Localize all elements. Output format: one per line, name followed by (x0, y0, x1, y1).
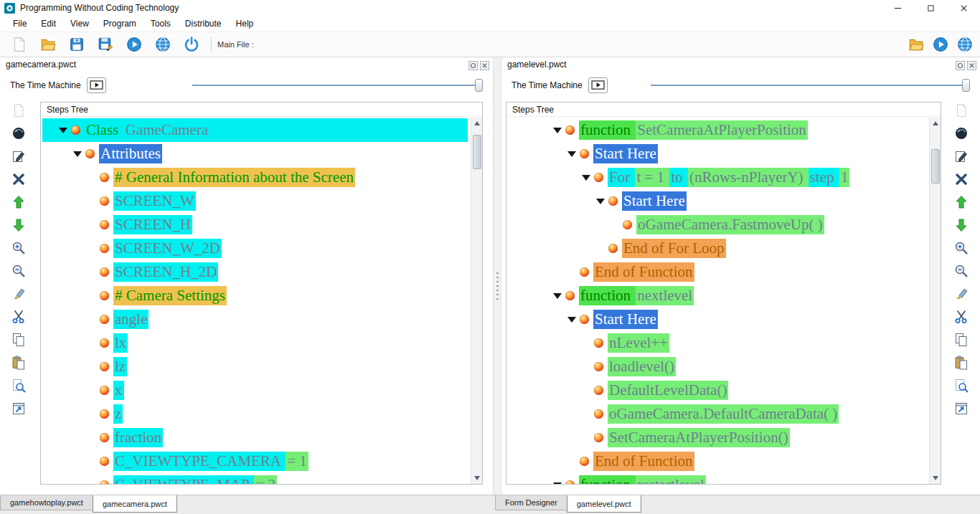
delete-step-button[interactable] (9, 171, 28, 188)
tree-row[interactable]: x (42, 379, 468, 402)
slider-thumb[interactable] (475, 79, 483, 92)
interactions-button[interactable] (952, 125, 971, 142)
move-down-button[interactable] (952, 216, 971, 234)
move-up-button[interactable] (952, 194, 971, 211)
tree-row[interactable]: nLevel++ (508, 331, 926, 355)
expander-icon[interactable] (551, 482, 564, 485)
tree-row[interactable]: fraction (42, 426, 468, 449)
scroll-up-button[interactable] (930, 118, 941, 129)
expander-icon[interactable] (551, 293, 564, 299)
tree-row[interactable]: End of Function (508, 260, 926, 284)
save-as-button[interactable] (95, 34, 116, 54)
tree-row[interactable]: C_VIEWTYPE_MAP = 2 (42, 473, 468, 484)
tree-row[interactable]: lz (42, 355, 468, 379)
tree-row[interactable]: loadlevel() (508, 355, 926, 379)
tab-gamelevel-pwct[interactable]: gamelevel.pwct (567, 495, 641, 513)
tree-row[interactable]: function nextlevel (508, 284, 926, 308)
tree-row[interactable]: lx (42, 331, 468, 355)
expander-icon[interactable] (580, 175, 593, 181)
tree-row[interactable]: DefaultLevelData() (508, 379, 926, 402)
close-button[interactable] (947, 0, 980, 16)
tree-row[interactable]: SCREEN_H (42, 213, 468, 237)
open-folder-button[interactable] (905, 34, 927, 54)
new-file-button[interactable] (9, 34, 30, 54)
tree-row[interactable]: function restartlevel (508, 473, 926, 484)
copy-button[interactable] (952, 331, 971, 348)
tree-row[interactable]: z (42, 402, 468, 426)
web-button[interactable] (152, 34, 174, 54)
expander-icon[interactable] (594, 199, 607, 204)
tree-row[interactable]: For t = 1 to (nRows-nPlayerY) step 1 (508, 166, 926, 189)
edit-step-button[interactable] (9, 148, 28, 165)
power-button[interactable] (181, 34, 202, 54)
zoom-in-button[interactable] (952, 239, 971, 257)
scroll-up-button[interactable] (471, 118, 483, 129)
new-page-button[interactable] (952, 102, 971, 119)
move-down-button[interactable] (9, 216, 28, 234)
tree-row[interactable]: SCREEN_W (42, 189, 468, 213)
tab-gamehowtoplay-pwct[interactable]: gamehowtoplay.pwct (0, 495, 93, 510)
copy-button[interactable] (9, 331, 28, 348)
tree-row[interactable]: Class GameCamera (42, 118, 468, 142)
tab-form-designer[interactable]: Form Designer (495, 495, 567, 510)
tree-row[interactable]: function SetCameraAtPlayerPosition (508, 118, 926, 142)
time-machine-button[interactable] (588, 77, 608, 93)
tree-row[interactable]: SetCameraAtPlayerPosition() (508, 426, 926, 449)
menu-edit[interactable]: Edit (34, 17, 63, 30)
zoom-out-button[interactable] (9, 262, 28, 280)
panel-restore-button[interactable] (956, 60, 965, 70)
tree-row[interactable]: C_VIEWTYPE_CAMERA = 1 (42, 449, 468, 473)
expander-icon[interactable] (565, 317, 578, 323)
scrollbar-thumb[interactable] (473, 135, 481, 169)
format-brush-button[interactable] (9, 285, 28, 303)
tree-row[interactable]: Start Here (508, 308, 926, 331)
cut-button[interactable] (9, 308, 28, 325)
goto-window-button[interactable] (952, 400, 971, 417)
time-machine-button[interactable] (87, 77, 106, 93)
scroll-down-button[interactable] (930, 472, 941, 484)
paste-button[interactable] (952, 354, 971, 371)
tree-row[interactable]: End of Function (508, 449, 926, 473)
tree-row[interactable]: SCREEN_W_2D (42, 237, 468, 260)
format-brush-button[interactable] (952, 285, 971, 303)
maximize-button[interactable] (914, 0, 947, 16)
delete-step-button[interactable] (952, 171, 971, 188)
menu-view[interactable]: View (63, 17, 96, 30)
tree-row[interactable]: SCREEN_H_2D (42, 260, 468, 284)
panel-splitter[interactable] (493, 57, 501, 495)
new-page-button[interactable] (9, 102, 28, 119)
expander-icon[interactable] (565, 151, 578, 157)
tree-row[interactable]: oGameCamera.FastmoveUp( ) (508, 213, 926, 237)
tree-row[interactable]: Start Here (508, 142, 926, 166)
expander-icon[interactable] (57, 128, 70, 133)
slider-thumb[interactable] (962, 79, 970, 92)
time-machine-slider[interactable] (192, 78, 483, 92)
zoom-in-button[interactable] (9, 239, 28, 257)
menu-program[interactable]: Program (96, 17, 143, 30)
run-button[interactable] (123, 34, 145, 54)
edit-step-button[interactable] (952, 148, 971, 165)
expander-icon[interactable] (71, 151, 84, 157)
tree-row[interactable]: angle (42, 308, 468, 331)
vertical-scrollbar[interactable] (929, 118, 941, 484)
menu-help[interactable]: Help (229, 17, 261, 30)
scroll-down-button[interactable] (471, 472, 483, 484)
expander-icon[interactable] (551, 128, 564, 133)
minimize-button[interactable] (881, 0, 914, 16)
tree-row[interactable]: Attributes (42, 142, 468, 166)
tree-row[interactable]: End of For Loop (508, 237, 926, 260)
find-button[interactable] (9, 377, 28, 394)
find-button[interactable] (952, 377, 971, 394)
menu-distribute[interactable]: Distribute (178, 17, 229, 30)
tree-row[interactable]: # General Information about the Screen (42, 166, 468, 189)
menu-file[interactable]: File (6, 17, 34, 30)
open-folder-button[interactable] (37, 34, 59, 54)
web-button[interactable] (954, 34, 976, 54)
panel-restore-button[interactable] (468, 60, 478, 70)
vertical-scrollbar[interactable] (471, 118, 482, 484)
save-button[interactable] (66, 34, 88, 54)
time-machine-slider[interactable] (651, 78, 970, 92)
move-up-button[interactable] (9, 194, 28, 211)
menu-tools[interactable]: Tools (143, 17, 178, 30)
tree-row[interactable]: # Camera Settings (42, 284, 468, 308)
